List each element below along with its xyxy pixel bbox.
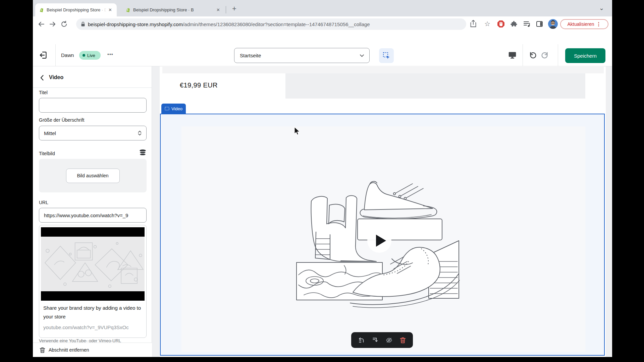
mouse-cursor bbox=[294, 127, 301, 137]
video-description: Share your brand story by adding a video… bbox=[43, 304, 143, 321]
chrome-update-button[interactable]: Aktualisieren ⋮ bbox=[560, 19, 608, 29]
desktop-preview-icon[interactable] bbox=[508, 51, 517, 59]
shopify-favicon bbox=[125, 7, 130, 13]
lock-icon bbox=[81, 21, 85, 27]
profile-avatar[interactable] bbox=[548, 19, 558, 29]
video-placeholder-illustration bbox=[294, 174, 482, 315]
remove-section-row[interactable]: Abschnitt entfernen bbox=[33, 343, 152, 357]
heading-size-value: Mittel bbox=[44, 130, 56, 136]
hide-section-icon[interactable] bbox=[386, 337, 392, 344]
page-selector-value: Startseite bbox=[240, 53, 261, 58]
tab-title: Beispiel Dropshipping Store · D bbox=[47, 7, 106, 12]
collage-image-block bbox=[285, 73, 585, 99]
redo-icon[interactable] bbox=[541, 51, 549, 60]
dynamic-source-icon[interactable] bbox=[139, 149, 147, 157]
live-dot-icon bbox=[83, 54, 85, 57]
live-label: Live bbox=[87, 53, 95, 58]
move-section-down-icon[interactable] bbox=[372, 337, 378, 343]
tab-strip bbox=[33, 0, 612, 16]
live-badge: Live bbox=[79, 51, 101, 60]
delete-section-icon[interactable] bbox=[400, 337, 406, 344]
heading-size-select[interactable]: Mittel bbox=[39, 126, 147, 140]
adblock-hand-icon[interactable] bbox=[497, 20, 505, 28]
remove-section-label: Abschnitt entfernen bbox=[49, 347, 89, 353]
video-thumbnail bbox=[41, 227, 145, 301]
section-badge-label: Video bbox=[171, 106, 182, 111]
select-image-button[interactable]: Bild auswählen bbox=[66, 169, 120, 183]
divider bbox=[33, 87, 152, 88]
forward-icon[interactable] bbox=[49, 20, 56, 28]
url-path: /admin/themes/123608236080/editor?sectio… bbox=[183, 21, 370, 27]
tab-1[interactable]: Beispiel Dropshipping Store · D ✕ bbox=[35, 3, 117, 16]
trash-icon bbox=[40, 347, 45, 353]
update-label: Aktualisieren bbox=[567, 21, 594, 27]
url-domain: beispiel-dropshipping-store.myshopify.co… bbox=[88, 21, 183, 27]
section-badge[interactable]: Video bbox=[161, 104, 186, 114]
thumbnail-line-art bbox=[41, 237, 145, 291]
address-bar[interactable]: beispiel-dropshipping-store.myshopify.co… bbox=[76, 18, 466, 30]
title-input[interactable] bbox=[39, 98, 147, 113]
select-cursor-icon bbox=[382, 52, 390, 60]
theme-more-actions[interactable]: ••• bbox=[107, 52, 113, 57]
playlist-icon[interactable] bbox=[523, 21, 531, 27]
side-panel-icon[interactable] bbox=[536, 20, 543, 27]
section-actions-toolbar bbox=[351, 332, 413, 348]
cover-image-dropzone: Bild auswählen bbox=[39, 159, 147, 192]
bookmark-star-icon[interactable]: ☆ bbox=[484, 20, 490, 28]
reload-icon[interactable] bbox=[60, 20, 68, 28]
chevron-down-icon bbox=[360, 54, 364, 57]
tab-2[interactable]: Beispiel Dropshipping Store · B ✕ bbox=[122, 3, 225, 16]
select-caret-icon bbox=[138, 130, 142, 136]
tab-close-icon[interactable]: ✕ bbox=[107, 7, 113, 12]
video-link-text: youtube.com/watch?v=_9VUPq3SxOc bbox=[43, 324, 129, 330]
previous-section-strip bbox=[162, 67, 604, 73]
play-button[interactable] bbox=[367, 229, 391, 253]
page-selector[interactable]: Startseite bbox=[234, 48, 370, 63]
divider bbox=[523, 44, 523, 66]
cover-image-label: Titelbild bbox=[39, 151, 55, 156]
shopify-favicon bbox=[39, 7, 44, 13]
extensions-puzzle-icon[interactable] bbox=[511, 20, 518, 27]
kebab-menu-icon[interactable]: ⋮ bbox=[596, 21, 601, 27]
title-field-label: Titel bbox=[39, 90, 48, 95]
url-field-label: URL bbox=[39, 200, 48, 205]
truncated-help-text: Verwende eine YouTube- oder Vimeo-URL bbox=[39, 338, 147, 343]
exit-editor-icon[interactable] bbox=[39, 51, 48, 60]
back-chevron-icon[interactable] bbox=[40, 75, 44, 81]
back-icon[interactable] bbox=[38, 20, 45, 28]
video-preview-card[interactable]: Share your brand story by adding a video… bbox=[39, 225, 147, 338]
screenshot-root: Beispiel Dropshipping Store · D ✕ Beispi… bbox=[0, 0, 644, 362]
tab-close-icon[interactable]: ✕ bbox=[215, 7, 221, 12]
browser-window: Beispiel Dropshipping Store · D ✕ Beispi… bbox=[33, 0, 612, 357]
new-tab-button[interactable]: + bbox=[232, 4, 236, 13]
section-picker-tool[interactable] bbox=[379, 48, 394, 63]
share-icon[interactable] bbox=[470, 20, 477, 28]
move-section-up-icon[interactable] bbox=[358, 337, 365, 343]
video-url-input[interactable]: https://www.youtube.com/watch?v=_9 bbox=[39, 208, 147, 223]
undo-icon[interactable] bbox=[529, 51, 537, 60]
url-text: beispiel-dropshipping-store.myshopify.co… bbox=[88, 21, 370, 27]
tabstrip-chevron-icon[interactable]: ⌄ bbox=[599, 4, 604, 12]
section-badge-icon bbox=[165, 106, 169, 111]
save-button[interactable]: Speichern bbox=[565, 48, 605, 63]
product-price: €19,99 EUR bbox=[180, 81, 218, 89]
divider bbox=[55, 44, 56, 66]
divider bbox=[558, 44, 558, 66]
theme-name: Dawn bbox=[61, 52, 74, 58]
tab-separator bbox=[226, 6, 226, 13]
tab-title: Beispiel Dropshipping Store · B bbox=[133, 7, 207, 12]
heading-size-label: Größe der Überschrift bbox=[39, 117, 84, 123]
panel-title: Video bbox=[49, 74, 63, 80]
